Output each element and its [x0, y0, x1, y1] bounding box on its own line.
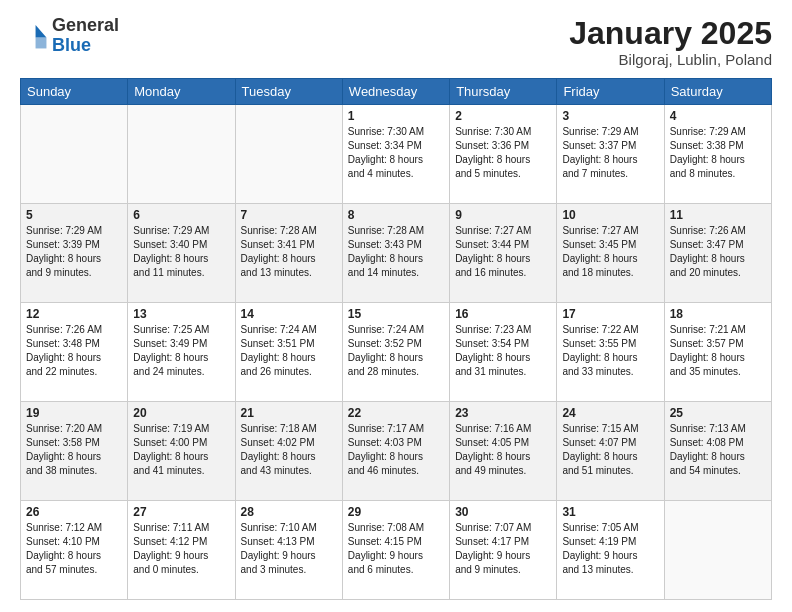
table-row: 13Sunrise: 7:25 AM Sunset: 3:49 PM Dayli… — [128, 303, 235, 402]
title-block: January 2025 Bilgoraj, Lublin, Poland — [569, 16, 772, 68]
day-number: 27 — [133, 505, 229, 519]
calendar-week-row: 12Sunrise: 7:26 AM Sunset: 3:48 PM Dayli… — [21, 303, 772, 402]
calendar-week-row: 1Sunrise: 7:30 AM Sunset: 3:34 PM Daylig… — [21, 105, 772, 204]
day-number: 23 — [455, 406, 551, 420]
table-row: 2Sunrise: 7:30 AM Sunset: 3:36 PM Daylig… — [450, 105, 557, 204]
logo-general-text: General — [52, 16, 119, 36]
day-info: Sunrise: 7:23 AM Sunset: 3:54 PM Dayligh… — [455, 323, 551, 379]
table-row: 6Sunrise: 7:29 AM Sunset: 3:40 PM Daylig… — [128, 204, 235, 303]
day-number: 7 — [241, 208, 337, 222]
table-row — [128, 105, 235, 204]
table-row: 30Sunrise: 7:07 AM Sunset: 4:17 PM Dayli… — [450, 501, 557, 600]
header-friday: Friday — [557, 79, 664, 105]
day-info: Sunrise: 7:29 AM Sunset: 3:39 PM Dayligh… — [26, 224, 122, 280]
day-number: 4 — [670, 109, 766, 123]
day-number: 30 — [455, 505, 551, 519]
table-row: 10Sunrise: 7:27 AM Sunset: 3:45 PM Dayli… — [557, 204, 664, 303]
day-number: 18 — [670, 307, 766, 321]
day-info: Sunrise: 7:05 AM Sunset: 4:19 PM Dayligh… — [562, 521, 658, 577]
day-number: 20 — [133, 406, 229, 420]
table-row: 31Sunrise: 7:05 AM Sunset: 4:19 PM Dayli… — [557, 501, 664, 600]
day-info: Sunrise: 7:17 AM Sunset: 4:03 PM Dayligh… — [348, 422, 444, 478]
day-info: Sunrise: 7:26 AM Sunset: 3:48 PM Dayligh… — [26, 323, 122, 379]
day-info: Sunrise: 7:26 AM Sunset: 3:47 PM Dayligh… — [670, 224, 766, 280]
calendar-week-row: 5Sunrise: 7:29 AM Sunset: 3:39 PM Daylig… — [21, 204, 772, 303]
day-info: Sunrise: 7:16 AM Sunset: 4:05 PM Dayligh… — [455, 422, 551, 478]
day-number: 13 — [133, 307, 229, 321]
header-wednesday: Wednesday — [342, 79, 449, 105]
day-info: Sunrise: 7:24 AM Sunset: 3:52 PM Dayligh… — [348, 323, 444, 379]
table-row: 17Sunrise: 7:22 AM Sunset: 3:55 PM Dayli… — [557, 303, 664, 402]
table-row: 7Sunrise: 7:28 AM Sunset: 3:41 PM Daylig… — [235, 204, 342, 303]
day-info: Sunrise: 7:21 AM Sunset: 3:57 PM Dayligh… — [670, 323, 766, 379]
calendar-week-row: 26Sunrise: 7:12 AM Sunset: 4:10 PM Dayli… — [21, 501, 772, 600]
table-row: 9Sunrise: 7:27 AM Sunset: 3:44 PM Daylig… — [450, 204, 557, 303]
day-number: 24 — [562, 406, 658, 420]
day-info: Sunrise: 7:30 AM Sunset: 3:34 PM Dayligh… — [348, 125, 444, 181]
table-row: 24Sunrise: 7:15 AM Sunset: 4:07 PM Dayli… — [557, 402, 664, 501]
day-info: Sunrise: 7:28 AM Sunset: 3:41 PM Dayligh… — [241, 224, 337, 280]
day-info: Sunrise: 7:20 AM Sunset: 3:58 PM Dayligh… — [26, 422, 122, 478]
day-info: Sunrise: 7:08 AM Sunset: 4:15 PM Dayligh… — [348, 521, 444, 577]
day-info: Sunrise: 7:29 AM Sunset: 3:38 PM Dayligh… — [670, 125, 766, 181]
table-row — [664, 501, 771, 600]
table-row — [235, 105, 342, 204]
calendar-title: January 2025 — [569, 16, 772, 51]
day-number: 31 — [562, 505, 658, 519]
header: General Blue January 2025 Bilgoraj, Lubl… — [20, 16, 772, 68]
table-row: 29Sunrise: 7:08 AM Sunset: 4:15 PM Dayli… — [342, 501, 449, 600]
table-row: 12Sunrise: 7:26 AM Sunset: 3:48 PM Dayli… — [21, 303, 128, 402]
table-row: 15Sunrise: 7:24 AM Sunset: 3:52 PM Dayli… — [342, 303, 449, 402]
table-row: 8Sunrise: 7:28 AM Sunset: 3:43 PM Daylig… — [342, 204, 449, 303]
calendar-table: Sunday Monday Tuesday Wednesday Thursday… — [20, 78, 772, 600]
day-number: 14 — [241, 307, 337, 321]
logo-icon — [20, 22, 48, 50]
day-number: 12 — [26, 307, 122, 321]
table-row: 4Sunrise: 7:29 AM Sunset: 3:38 PM Daylig… — [664, 105, 771, 204]
day-number: 29 — [348, 505, 444, 519]
day-number: 1 — [348, 109, 444, 123]
day-info: Sunrise: 7:29 AM Sunset: 3:37 PM Dayligh… — [562, 125, 658, 181]
table-row: 14Sunrise: 7:24 AM Sunset: 3:51 PM Dayli… — [235, 303, 342, 402]
day-info: Sunrise: 7:25 AM Sunset: 3:49 PM Dayligh… — [133, 323, 229, 379]
day-number: 28 — [241, 505, 337, 519]
day-info: Sunrise: 7:13 AM Sunset: 4:08 PM Dayligh… — [670, 422, 766, 478]
table-row: 27Sunrise: 7:11 AM Sunset: 4:12 PM Dayli… — [128, 501, 235, 600]
logo-blue-text: Blue — [52, 36, 119, 56]
weekday-header-row: Sunday Monday Tuesday Wednesday Thursday… — [21, 79, 772, 105]
day-number: 2 — [455, 109, 551, 123]
day-info: Sunrise: 7:15 AM Sunset: 4:07 PM Dayligh… — [562, 422, 658, 478]
day-info: Sunrise: 7:29 AM Sunset: 3:40 PM Dayligh… — [133, 224, 229, 280]
day-info: Sunrise: 7:22 AM Sunset: 3:55 PM Dayligh… — [562, 323, 658, 379]
table-row: 20Sunrise: 7:19 AM Sunset: 4:00 PM Dayli… — [128, 402, 235, 501]
page: General Blue January 2025 Bilgoraj, Lubl… — [0, 0, 792, 612]
day-info: Sunrise: 7:30 AM Sunset: 3:36 PM Dayligh… — [455, 125, 551, 181]
svg-marker-1 — [36, 37, 47, 48]
day-number: 3 — [562, 109, 658, 123]
logo-text: General Blue — [52, 16, 119, 56]
day-info: Sunrise: 7:07 AM Sunset: 4:17 PM Dayligh… — [455, 521, 551, 577]
day-number: 25 — [670, 406, 766, 420]
table-row: 5Sunrise: 7:29 AM Sunset: 3:39 PM Daylig… — [21, 204, 128, 303]
day-info: Sunrise: 7:28 AM Sunset: 3:43 PM Dayligh… — [348, 224, 444, 280]
calendar-location: Bilgoraj, Lublin, Poland — [569, 51, 772, 68]
table-row — [21, 105, 128, 204]
day-number: 21 — [241, 406, 337, 420]
day-number: 10 — [562, 208, 658, 222]
day-info: Sunrise: 7:11 AM Sunset: 4:12 PM Dayligh… — [133, 521, 229, 577]
header-saturday: Saturday — [664, 79, 771, 105]
table-row: 19Sunrise: 7:20 AM Sunset: 3:58 PM Dayli… — [21, 402, 128, 501]
table-row: 16Sunrise: 7:23 AM Sunset: 3:54 PM Dayli… — [450, 303, 557, 402]
day-info: Sunrise: 7:19 AM Sunset: 4:00 PM Dayligh… — [133, 422, 229, 478]
table-row: 28Sunrise: 7:10 AM Sunset: 4:13 PM Dayli… — [235, 501, 342, 600]
header-thursday: Thursday — [450, 79, 557, 105]
header-tuesday: Tuesday — [235, 79, 342, 105]
day-info: Sunrise: 7:18 AM Sunset: 4:02 PM Dayligh… — [241, 422, 337, 478]
day-number: 17 — [562, 307, 658, 321]
day-number: 5 — [26, 208, 122, 222]
day-number: 6 — [133, 208, 229, 222]
day-number: 26 — [26, 505, 122, 519]
day-info: Sunrise: 7:24 AM Sunset: 3:51 PM Dayligh… — [241, 323, 337, 379]
table-row: 21Sunrise: 7:18 AM Sunset: 4:02 PM Dayli… — [235, 402, 342, 501]
table-row: 18Sunrise: 7:21 AM Sunset: 3:57 PM Dayli… — [664, 303, 771, 402]
